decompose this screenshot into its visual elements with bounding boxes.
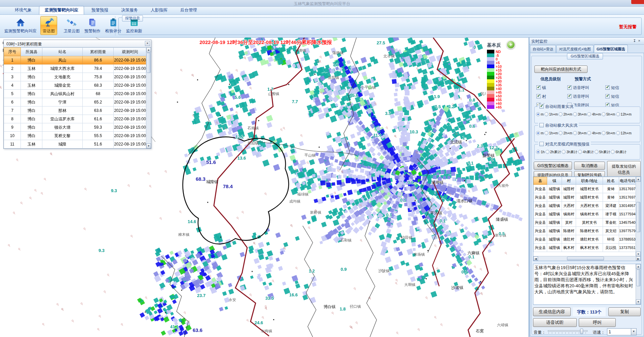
radio-option[interactable]: 5h+m xyxy=(602,112,615,116)
gis-select-button[interactable]: GIS预警区域圈选 xyxy=(534,162,572,170)
table-row[interactable]: 11玉林城隍51.62022-08-19 15:00 xyxy=(4,140,147,149)
column-header[interactable]: 累积雨量 xyxy=(83,48,114,56)
menu-item[interactable]: 后台管理 xyxy=(175,6,202,14)
radio-option[interactable]: 12h+m xyxy=(616,112,632,116)
column-header[interactable]: 电话号码 xyxy=(619,177,636,185)
menu-item[interactable]: 决策服务 xyxy=(116,6,143,14)
contact-row[interactable]: 兴业县城隍镇镇南村镇南村支书谭于模151775946 xyxy=(534,210,636,218)
voice-call-checkbox[interactable] xyxy=(567,94,572,98)
column-header[interactable]: 序号 xyxy=(4,48,21,56)
scroll-right-icon[interactable]: ▶ xyxy=(636,256,641,261)
table-row[interactable]: 2玉林城隍大西水库78.42022-08-19 15:00 xyxy=(4,65,147,73)
table-row[interactable]: 6博白宁潭65.22022-08-19 15:00 xyxy=(4,98,147,107)
column-header[interactable]: 所属县 xyxy=(21,48,42,56)
table-row[interactable]: 5博白凤山镇凤山村682022-08-19 15:00 xyxy=(4,90,147,98)
radio-option[interactable]: 1h+m xyxy=(544,112,558,116)
rain-group-checkbox[interactable] xyxy=(539,104,544,109)
toolbar-button[interactable]: 预警制作 xyxy=(82,16,103,35)
cancel-select-button[interactable]: 取消圈选 xyxy=(574,162,605,170)
radio-option[interactable]: 1h xyxy=(536,150,545,154)
scroll-up-icon[interactable]: ▲ xyxy=(636,177,641,182)
sms-checkbox[interactable] xyxy=(605,94,610,98)
radio-option[interactable]: 6h累计 xyxy=(611,150,627,154)
radio-option[interactable]: 4h累计 xyxy=(578,150,594,154)
contact-row[interactable]: 兴业县城隍镇城隍村城隍村支书黄铸135176975 xyxy=(534,185,636,193)
radio-option[interactable]: 2h+m xyxy=(559,112,572,116)
scroll-up-icon[interactable]: ▲ xyxy=(636,264,641,269)
slider-thumb[interactable] xyxy=(580,329,583,334)
toolbar-button[interactable]: 雷达图 xyxy=(40,16,57,35)
scroll-down-icon[interactable]: ▼ xyxy=(636,299,641,304)
contact-row[interactable]: 兴业县城隍镇莫村莫村支书覃金乾134575405 xyxy=(534,218,636,227)
menu-item[interactable]: 人影指挥 xyxy=(145,6,173,14)
voice-preview-button[interactable]: 语音试听 xyxy=(533,318,577,327)
toolbar-button[interactable]: 卫星云图 xyxy=(61,16,82,35)
column-header[interactable]: 观测时间 xyxy=(114,48,147,56)
radio-option[interactable]: 2h+m xyxy=(559,131,572,135)
table-row[interactable]: 4玉林城隍金党68.32022-08-19 15:00 xyxy=(4,81,147,90)
table-row[interactable]: 1博白凤山86.62022-08-19 15:00 xyxy=(4,56,147,65)
forecast-group-checkbox[interactable] xyxy=(539,142,544,146)
table-row[interactable]: 3博白文地姜充75.82022-08-19 15:00 xyxy=(4,73,147,81)
radio-option[interactable]: 4h+m xyxy=(587,112,601,116)
level-checkbox[interactable] xyxy=(536,94,541,98)
radio-option[interactable]: m xyxy=(536,131,544,135)
toolbar-button[interactable]: 检验评分 xyxy=(103,16,124,35)
table-row[interactable]: 8博白亚山温罗水库61.62022-08-19 15:00 xyxy=(4,115,147,123)
column-header[interactable]: 站名 xyxy=(42,48,83,56)
contact-row[interactable]: 兴业县城隍镇城隍村城隍村支书黄铸135176975 xyxy=(534,193,636,202)
extract-sms-button[interactable]: 提取发短信的信息员 xyxy=(607,161,641,178)
contact-row[interactable]: 兴业县城隍镇大西村大西村支书梁泽建130149571 xyxy=(534,202,636,210)
contact-row[interactable]: 兴业县城隍镇陈塘村陈塘村支书莫文绍139775796 xyxy=(534,227,636,235)
voice-call-checkbox[interactable] xyxy=(567,85,572,90)
contact-table-vscrollbar[interactable]: ▲ ▼ xyxy=(636,177,641,257)
scroll-up-icon[interactable]: ▲ xyxy=(146,47,151,52)
pin-icon[interactable]: ↧ xyxy=(633,39,638,43)
message-textarea[interactable]: 玉林市气象台19日5时15分发布暴雨橙色预警信号：4时以来兴业县城隍大西水库已出… xyxy=(533,264,641,305)
radio-option[interactable]: m xyxy=(536,112,544,116)
contact-row[interactable]: 兴业县城隍镇塘肚村塘肚村支书钟塔137885534 xyxy=(534,235,636,244)
level-checkbox[interactable] xyxy=(536,85,541,90)
scroll-left-icon[interactable]: ◀ xyxy=(533,256,538,261)
panel-close-icon[interactable]: × xyxy=(638,39,642,43)
toolbar-button[interactable]: 监测预警靶向叫应 xyxy=(2,16,39,35)
call-button[interactable]: 呼叫 xyxy=(579,318,616,327)
radio-option[interactable]: 5h+m xyxy=(602,131,615,135)
table-row[interactable]: 7博白那林63.62022-08-19 15:00 xyxy=(4,107,147,115)
radio-option[interactable]: 3h+m xyxy=(573,131,587,135)
contact-table-hscrollbar[interactable]: ◀ ▶ xyxy=(533,256,641,261)
column-header[interactable]: 职务/地址 xyxy=(576,177,603,185)
message-scrollbar[interactable]: ▲ ▼ xyxy=(636,264,641,304)
volume-slider[interactable] xyxy=(548,328,588,334)
table-row[interactable]: 10博白英桥文黎55.52022-08-19 15:00 xyxy=(4,132,147,140)
menu-item[interactable]: 环境气象 xyxy=(9,6,37,14)
toolbar-button[interactable]: 监控刷新 xyxy=(124,16,145,35)
generate-message-button[interactable]: 生成信息内容 xyxy=(533,307,571,316)
speed-dropdown[interactable]: 1 ▼ xyxy=(607,328,637,335)
sms-checkbox[interactable] xyxy=(605,85,610,90)
radio-option[interactable]: 5h累计 xyxy=(595,150,610,154)
radio-option[interactable]: 1h+m xyxy=(544,131,558,135)
column-header[interactable]: 姓名 xyxy=(603,177,619,185)
radio-option[interactable]: 4h+m xyxy=(587,131,601,135)
radio-option[interactable]: 3h+m xyxy=(573,112,587,116)
close-icon[interactable]: ✕ xyxy=(145,41,150,46)
close-button[interactable] xyxy=(631,0,644,4)
menu-item[interactable]: 预警预报 xyxy=(86,6,114,14)
panel-tab[interactable]: 对流尺度模式+地图 xyxy=(556,45,593,53)
panel-tab[interactable]: 自动站+雷达 xyxy=(530,45,556,53)
column-header[interactable]: 镇 xyxy=(547,177,562,185)
wind-group-checkbox[interactable] xyxy=(539,123,544,127)
copy-button[interactable]: 复制 xyxy=(608,307,641,316)
zoom-in-button[interactable]: + xyxy=(506,40,515,49)
scroll-down-icon[interactable]: ▼ xyxy=(146,143,151,149)
chevron-down-icon[interactable]: ▼ xyxy=(631,329,636,335)
panel-tab[interactable]: GIS预警区域圈选 xyxy=(594,45,628,52)
menu-item[interactable]: 监测预警靶向叫应 xyxy=(39,6,84,14)
column-header[interactable]: 村 xyxy=(562,177,576,185)
radio-option[interactable]: 12h+m xyxy=(616,131,632,135)
call-level-button[interactable]: 靶向叫应的级别和方式 xyxy=(534,66,588,73)
contact-row[interactable]: 兴业县城隍镇枫木村枫木村支书吴以悦137375511 xyxy=(534,244,636,252)
radio-option[interactable]: 3h累计 xyxy=(562,150,577,154)
column-header[interactable]: 县 xyxy=(534,177,547,185)
